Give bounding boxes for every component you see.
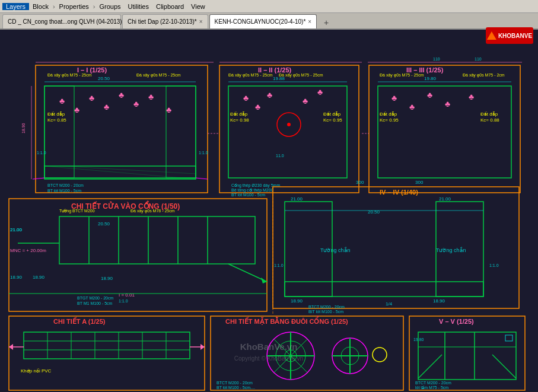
svg-text:Copyright © KhoBanVe.vn: Copyright © KhoBanVe.vn <box>234 355 303 362</box>
svg-text:18.90: 18.90 <box>291 298 303 304</box>
svg-text:BTCT M200 - 20cm: BTCT M200 - 20cm <box>47 183 84 187</box>
svg-text:1:1.0: 1:1.0 <box>274 263 284 267</box>
svg-text:BT M1 M100 - 5cm: BT M1 M100 - 5cm <box>77 301 113 305</box>
svg-text:Tường BTCT M200: Tường BTCT M200 <box>59 209 95 213</box>
menu-groups[interactable]: Groups <box>95 3 124 10</box>
svg-text:♣: ♣ <box>391 93 397 103</box>
svg-text:I = 0.01: I = 0.01 <box>119 292 135 298</box>
menu-view[interactable]: View <box>187 3 209 10</box>
menu-utilities[interactable]: Utilities <box>125 3 152 10</box>
svg-text:1/4: 1/4 <box>386 301 393 307</box>
svg-text:♣: ♣ <box>133 99 139 109</box>
svg-text:Đá xây φ0s M75 - 25cm: Đá xây φ0s M75 - 25cm <box>279 73 323 78</box>
svg-text:20.50: 20.50 <box>98 76 110 81</box>
svg-text:Đá xây φ0s M75 - 25cm: Đá xây φ0s M75 - 25cm <box>228 73 273 78</box>
svg-text:21.00: 21.00 <box>439 196 451 202</box>
svg-text:♣: ♣ <box>119 90 124 100</box>
svg-text:Bê tông cốt thép M200: Bê tông cốt thép M200 <box>231 188 273 193</box>
svg-text:BTCT M200 - 20cm: BTCT M200 - 20cm <box>415 381 451 385</box>
svg-text:BTCT M200 - 20cm: BTCT M200 - 20cm <box>217 381 253 385</box>
svg-text:18.90: 18.90 <box>21 123 26 133</box>
svg-text:Kc= 0.88: Kc= 0.88 <box>480 117 499 123</box>
svg-text:Kc= 0.95: Kc= 0.95 <box>380 117 399 123</box>
svg-text:♣: ♣ <box>104 102 109 111</box>
svg-text:18.90: 18.90 <box>433 298 445 304</box>
svg-text:21.00: 21.00 <box>10 227 23 232</box>
svg-text:1:1.0: 1:1.0 <box>199 151 208 155</box>
svg-text:♣: ♣ <box>255 102 260 111</box>
svg-text:Đá xây φ0s M78 - 25cm: Đá xây φ0s M78 - 25cm <box>130 209 175 213</box>
svg-text:♣: ♣ <box>409 102 415 111</box>
logo-text: KHOBANVE <box>498 33 532 39</box>
menu-bar: Layers Block › Properties › Groups Utili… <box>0 0 538 13</box>
svg-text:18.90: 18.90 <box>101 276 113 281</box>
tab-2-close[interactable]: × <box>199 18 203 25</box>
menu-clipboard[interactable]: Clipboard <box>152 3 187 10</box>
svg-text:Tường chắn: Tường chắn <box>436 247 466 253</box>
svg-text:21.00: 21.00 <box>291 196 303 202</box>
svg-text:V – V (1/25): V – V (1/25) <box>439 318 474 325</box>
svg-text:Đá xây φ0s M75 - 25cm: Đá xây φ0s M75 - 25cm <box>136 73 181 78</box>
svg-text:♣: ♣ <box>445 99 450 109</box>
svg-text:300: 300 <box>415 180 424 185</box>
svg-text:Đất đắp: Đất đắp <box>380 111 397 117</box>
svg-text:♣: ♣ <box>469 92 474 101</box>
svg-text:Khớp nối PVC: Khớp nối PVC <box>21 368 52 374</box>
svg-text:♣: ♣ <box>317 87 323 97</box>
svg-text:KhoBanVe.vn: KhoBanVe.vn <box>240 342 298 352</box>
svg-text:Tường chắn: Tường chắn <box>320 247 351 253</box>
svg-text:BT lót M100 - 5cm....: BT lót M100 - 5cm.... <box>217 385 255 390</box>
svg-text:300: 300 <box>356 180 364 185</box>
svg-text:BTGT M200 - 20cm: BTGT M200 - 20cm <box>77 296 114 300</box>
svg-text:♣: ♣ <box>243 93 249 103</box>
svg-text:1:1.0: 1:1.0 <box>489 263 499 267</box>
tab-3-close[interactable]: × <box>308 18 311 25</box>
svg-text:MNC = + 20.00m: MNC = + 20.00m <box>10 248 46 253</box>
svg-text:1:1.0: 1:1.0 <box>119 299 128 303</box>
svg-text:110: 110 <box>433 57 440 61</box>
svg-text:IV – IV (1/40): IV – IV (1/40) <box>380 189 418 196</box>
svg-text:18.90: 18.90 <box>33 275 45 280</box>
svg-text:lót tấm M75 - 5cm: lót tấm M75 - 5cm <box>415 385 448 390</box>
cad-canvas[interactable]: I – I (1/25) Đất đắp Kc= 0.85 ♣ ♣ ♣ ♣ ♣ … <box>0 30 538 392</box>
svg-text:20.50: 20.50 <box>368 209 380 215</box>
logo: KHOBANVE <box>486 27 533 44</box>
svg-text:19.80: 19.80 <box>424 76 437 81</box>
svg-text:20.50: 20.50 <box>98 221 110 227</box>
svg-text:♣: ♣ <box>267 90 272 100</box>
tab-add[interactable]: + <box>320 17 332 28</box>
svg-text:♣: ♣ <box>148 92 154 101</box>
menu-block[interactable]: Block <box>29 3 52 10</box>
svg-text:Đá xây φ0s M75 - 25cm: Đá xây φ0s M75 - 25cm <box>47 73 92 78</box>
svg-text:♣: ♣ <box>427 90 432 100</box>
svg-text:BTCT M200 - 20cm: BTCT M200 - 20cm <box>308 305 345 309</box>
tab-2[interactable]: Chi tiet Dap (22-10-2013)* × <box>122 14 208 28</box>
svg-text:19.80: 19.80 <box>413 337 424 342</box>
tab-bar: CD _ CN_cong thoat...ong QLVH (04-2013)*… <box>0 13 538 30</box>
svg-text:Đá xây φ0s M75 - 25cm: Đá xây φ0s M75 - 25cm <box>380 73 424 78</box>
svg-text:Đất đắp: Đất đắp <box>230 111 248 117</box>
svg-text:110: 110 <box>475 57 482 61</box>
tab-2-label: Chi tiet Dap (22-10-2013)* <box>128 18 197 25</box>
svg-text:BT lót M100 - 5cm: BT lót M100 - 5cm <box>231 193 265 197</box>
tab-1[interactable]: CD _ CN_cong thoat...ong QLVH (04-2013)*… <box>2 14 121 28</box>
svg-text:CHI TIẾT A (1/25): CHI TIẾT A (1/25) <box>53 317 106 325</box>
svg-text:♣: ♣ <box>166 105 171 114</box>
svg-text:Kc= 0.85: Kc= 0.85 <box>47 117 66 123</box>
menu-properties[interactable]: Properties <box>56 3 93 10</box>
svg-text:♣: ♣ <box>89 93 94 103</box>
logo-icon <box>487 31 496 40</box>
svg-text:Đất đắp: Đất đắp <box>47 111 65 117</box>
svg-text:BT lót M100 - 5cm: BT lót M100 - 5cm <box>47 189 81 193</box>
tab-1-label: CD _ CN_cong thoat...ong QLVH (04-2013)* <box>8 18 125 25</box>
svg-text:18.90: 18.90 <box>10 275 23 280</box>
svg-text:Đất đắp: Đất đắp <box>323 111 341 117</box>
svg-text:♣: ♣ <box>303 96 308 106</box>
tab-3[interactable]: KENH-CONGLAYNUOC(20-4-10)* × <box>209 14 317 28</box>
svg-text:1:1.0: 1:1.0 <box>37 151 46 155</box>
svg-text:Kc= 0.95: Kc= 0.95 <box>323 117 342 123</box>
cad-drawing: I – I (1/25) Đất đắp Kc= 0.85 ♣ ♣ ♣ ♣ ♣ … <box>0 30 538 392</box>
svg-point-41 <box>287 123 291 126</box>
menu-layers[interactable]: Layers <box>2 3 29 10</box>
svg-text:Đất đắp: Đất đắp <box>480 111 498 117</box>
